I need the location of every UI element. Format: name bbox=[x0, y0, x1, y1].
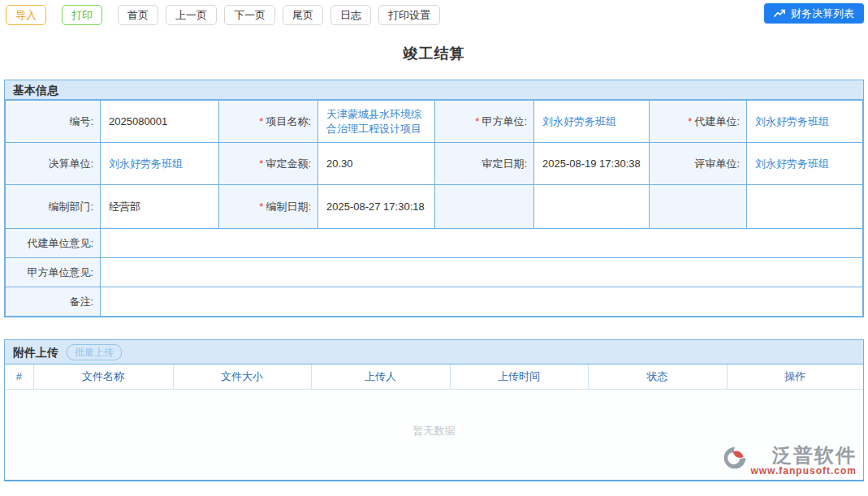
field-value-remarks[interactable] bbox=[101, 287, 863, 317]
toolbar: 导入 打印 首页 上一页 下一页 尾页 日志 打印设置 财务决算列表 bbox=[0, 0, 868, 26]
field-value-settlement-unit: 刘永好劳务班组 bbox=[101, 143, 219, 185]
field-value-approval-date[interactable]: 2025-08-19 17:30:38 bbox=[534, 143, 650, 185]
fanpu-watermark: 泛普软件 www.fanpusoft.com bbox=[722, 445, 857, 477]
empty-label-cell bbox=[650, 185, 747, 229]
attachments-empty-area: 暂无数据 泛普软件 www.fanpusoft.com bbox=[5, 390, 863, 480]
field-value-agent-unit: 刘永好劳务班组 bbox=[747, 101, 863, 143]
field-value-agent-unit-opinion[interactable] bbox=[101, 229, 863, 258]
required-marker: * bbox=[259, 157, 263, 170]
basic-info-panel: 基本信息 编号: 2025080001 *项目名称: 天津蒙城县水环境综合治理工… bbox=[4, 80, 864, 317]
first-page-button[interactable]: 首页 bbox=[118, 5, 158, 25]
field-label-review-unit: 评审单位: bbox=[650, 143, 747, 185]
empty-state-text: 暂无数据 bbox=[5, 390, 863, 438]
field-value-project-name: 天津蒙城县水环境综合治理工程设计项目 bbox=[318, 101, 435, 143]
print-button[interactable]: 打印 bbox=[62, 5, 102, 25]
attachments-panel: 附件上传 批量上传 # 文件名称 文件大小 上传人 上传时间 状态 操作 暂无数… bbox=[4, 339, 864, 481]
import-button[interactable]: 导入 bbox=[6, 5, 46, 25]
attachments-table: # 文件名称 文件大小 上传人 上传时间 状态 操作 bbox=[5, 364, 863, 390]
field-label-number: 编号: bbox=[6, 101, 101, 143]
field-label-party-a-opinion: 甲方单位意见: bbox=[6, 258, 101, 287]
review-unit-link[interactable]: 刘永好劳务班组 bbox=[755, 157, 829, 170]
required-marker: * bbox=[475, 115, 479, 127]
field-label-prep-department: 编制部门: bbox=[6, 185, 101, 229]
field-label-project-name: *项目名称: bbox=[219, 101, 318, 143]
empty-value-cell bbox=[534, 185, 650, 229]
last-page-button[interactable]: 尾页 bbox=[283, 5, 323, 25]
empty-label-cell bbox=[435, 185, 534, 229]
finance-settlement-list-label: 财务决算列表 bbox=[791, 7, 854, 19]
attachments-section-title: 附件上传 bbox=[13, 346, 58, 359]
column-header-actions: 操作 bbox=[727, 364, 863, 389]
basic-info-section-title: 基本信息 bbox=[5, 80, 863, 100]
page-title: 竣工结算 bbox=[0, 44, 868, 63]
column-header-upload-time: 上传时间 bbox=[450, 364, 588, 389]
attachments-section-header: 附件上传 批量上传 bbox=[5, 340, 863, 364]
finance-settlement-list-button[interactable]: 财务决算列表 bbox=[764, 3, 864, 24]
batch-upload-button[interactable]: 批量上传 bbox=[67, 344, 122, 360]
required-marker: * bbox=[259, 201, 263, 213]
trend-up-icon bbox=[774, 8, 786, 19]
empty-value-cell bbox=[747, 185, 863, 229]
column-header-uploader: 上传人 bbox=[311, 364, 450, 389]
field-value-number[interactable]: 2025080001 bbox=[101, 101, 219, 143]
field-label-agent-unit: *代建单位: bbox=[650, 101, 747, 143]
fanpu-watermark-text: 泛普软件 www.fanpusoft.com bbox=[750, 445, 857, 477]
column-header-file-size: 文件大小 bbox=[173, 364, 311, 389]
field-label-approved-amount: *审定金额: bbox=[219, 143, 318, 185]
column-header-file-name: 文件名称 bbox=[33, 364, 173, 389]
project-name-link[interactable]: 天津蒙城县水环境综合治理工程设计项目 bbox=[326, 108, 421, 135]
fanpu-logo-icon bbox=[722, 445, 748, 471]
field-label-approval-date: 审定日期: bbox=[435, 143, 534, 185]
fanpu-website-url: www.fanpusoft.com bbox=[750, 466, 857, 477]
field-value-party-a-opinion[interactable] bbox=[101, 258, 863, 287]
column-header-status: 状态 bbox=[588, 364, 727, 389]
required-marker: * bbox=[259, 115, 263, 127]
field-label-remarks: 备注: bbox=[6, 287, 101, 317]
column-header-index: # bbox=[5, 364, 33, 389]
print-settings-button[interactable]: 打印设置 bbox=[378, 5, 440, 25]
basic-info-table: 编号: 2025080001 *项目名称: 天津蒙城县水环境综合治理工程设计项目… bbox=[5, 100, 863, 317]
field-value-prep-department[interactable]: 经营部 bbox=[101, 185, 219, 229]
field-label-party-a-unit: *甲方单位: bbox=[435, 101, 534, 143]
field-value-approved-amount[interactable]: 20.30 bbox=[318, 143, 435, 185]
settlement-unit-link[interactable]: 刘永好劳务班组 bbox=[109, 157, 183, 170]
log-button[interactable]: 日志 bbox=[330, 5, 371, 25]
next-page-button[interactable]: 下一页 bbox=[224, 5, 275, 25]
field-value-prep-date[interactable]: 2025-08-27 17:30:18 bbox=[318, 185, 435, 229]
prev-page-button[interactable]: 上一页 bbox=[166, 5, 217, 25]
party-a-unit-link[interactable]: 刘永好劳务班组 bbox=[542, 115, 616, 127]
field-label-settlement-unit: 决算单位: bbox=[6, 143, 101, 185]
required-marker: * bbox=[688, 115, 692, 127]
fanpu-brand-name: 泛普软件 bbox=[772, 445, 857, 466]
field-label-prep-date: *编制日期: bbox=[219, 185, 318, 229]
field-value-party-a-unit: 刘永好劳务班组 bbox=[534, 101, 650, 143]
field-label-agent-unit-opinion: 代建单位意见: bbox=[6, 229, 101, 258]
agent-unit-link[interactable]: 刘永好劳务班组 bbox=[755, 115, 829, 127]
field-value-review-unit: 刘永好劳务班组 bbox=[747, 143, 863, 185]
